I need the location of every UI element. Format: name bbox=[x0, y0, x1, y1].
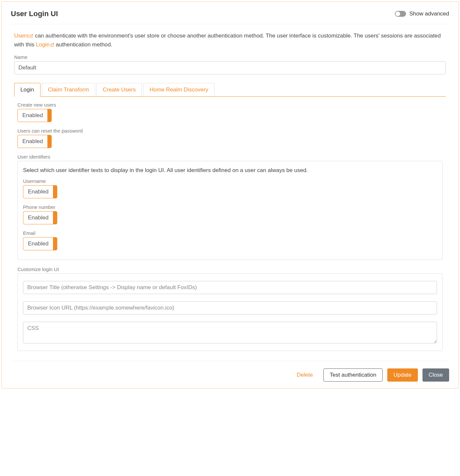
update-button[interactable]: Update bbox=[387, 368, 418, 382]
customize-login-box bbox=[17, 273, 443, 351]
users-link[interactable]: Users bbox=[14, 33, 33, 39]
toggle-handle-icon bbox=[53, 238, 57, 250]
name-label: Name bbox=[14, 54, 446, 60]
panel-header: User Login UI Show advanced bbox=[11, 10, 449, 24]
tab-login[interactable]: Login bbox=[14, 83, 40, 97]
username-label: Username bbox=[23, 178, 437, 184]
email-field: Email Enabled bbox=[23, 230, 437, 250]
tab-home-realm-discovery[interactable]: Home Realm Discovery bbox=[143, 83, 215, 96]
page-title: User Login UI bbox=[11, 10, 58, 18]
delete-button[interactable]: Delete bbox=[291, 369, 319, 381]
external-link-icon bbox=[50, 41, 54, 49]
name-input[interactable] bbox=[14, 61, 446, 74]
user-login-panel: User Login UI Show advanced Users can au… bbox=[1, 1, 459, 388]
user-identifiers-intro: Select which user identifier texts to di… bbox=[23, 167, 437, 174]
customize-login-label: Customize login UI bbox=[17, 266, 443, 272]
reset-password-field: Users can reset the password Enabled bbox=[17, 128, 443, 148]
show-advanced-toggle[interactable]: Show advanced bbox=[395, 11, 449, 17]
toggle-switch-icon[interactable] bbox=[395, 11, 406, 17]
tab-create-users[interactable]: Create Users bbox=[96, 83, 142, 96]
show-advanced-label: Show advanced bbox=[409, 11, 449, 17]
create-new-users-toggle[interactable]: Enabled bbox=[17, 109, 52, 122]
login-link[interactable]: Login bbox=[36, 41, 54, 48]
tabs: Login Claim Transform Create Users Home … bbox=[14, 83, 446, 97]
test-authentication-button[interactable]: Test authentication bbox=[323, 368, 383, 382]
customize-login-section: Customize login UI bbox=[17, 266, 443, 351]
create-new-users-field: Create new users Enabled bbox=[17, 102, 443, 122]
phone-toggle[interactable]: Enabled bbox=[23, 211, 57, 224]
toggle-handle-icon bbox=[53, 186, 57, 198]
svg-line-1 bbox=[52, 43, 54, 45]
toggle-handle-icon bbox=[47, 109, 51, 122]
toggle-handle-icon bbox=[53, 212, 57, 224]
email-toggle[interactable]: Enabled bbox=[23, 237, 57, 250]
close-button[interactable]: Close bbox=[422, 368, 449, 382]
panel-footer: Delete Test authentication Update Close bbox=[11, 361, 449, 382]
create-new-users-label: Create new users bbox=[17, 102, 443, 108]
phone-label: Phone number bbox=[23, 204, 437, 210]
username-toggle[interactable]: Enabled bbox=[23, 185, 57, 198]
toggle-handle-icon bbox=[47, 135, 51, 148]
intro-text: Users can authenticate with the environm… bbox=[14, 32, 446, 50]
phone-field: Phone number Enabled bbox=[23, 204, 437, 224]
browser-icon-input[interactable] bbox=[23, 301, 437, 314]
tab-claim-transform[interactable]: Claim Transform bbox=[42, 83, 95, 96]
name-field: Name bbox=[14, 54, 446, 74]
user-identifiers-label: User identifiers bbox=[17, 154, 443, 160]
reset-password-label: Users can reset the password bbox=[17, 128, 443, 134]
username-field: Username Enabled bbox=[23, 178, 437, 198]
browser-title-input[interactable] bbox=[23, 281, 437, 294]
user-identifiers-section: User identifiers Select which user ident… bbox=[17, 154, 443, 260]
svg-line-0 bbox=[31, 35, 33, 37]
reset-password-toggle[interactable]: Enabled bbox=[17, 135, 52, 148]
email-label: Email bbox=[23, 230, 437, 236]
css-textarea[interactable] bbox=[23, 322, 437, 343]
user-identifiers-box: Select which user identifier texts to di… bbox=[17, 161, 443, 260]
external-link-icon bbox=[29, 32, 33, 40]
